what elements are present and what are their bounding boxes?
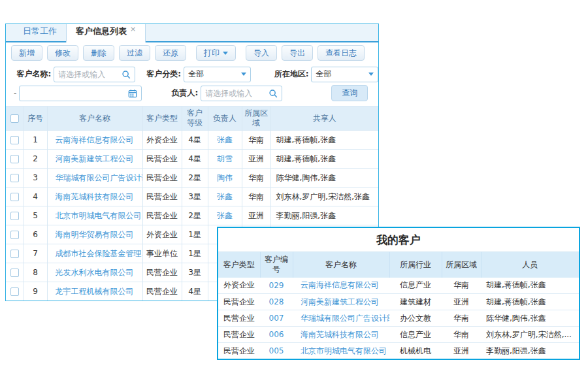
industry: 办公文教 [389, 310, 442, 327]
owner-link[interactable]: 胡雪 [217, 154, 233, 163]
row-select-cell [6, 282, 24, 301]
owner-link[interactable]: 张鑫 [217, 135, 233, 144]
tab-bar: 日常工作 客户信息列表× [6, 24, 378, 42]
region-filter-select[interactable]: 全部 [311, 67, 378, 82]
restore-button[interactable]: 还原 [155, 45, 186, 61]
region: 华南 [442, 327, 481, 343]
my-customer-row: 民营企业 005 北京市明城电气有限公司 机械机电 亚洲 李勤丽,阳强,张鑫 [218, 343, 579, 359]
customer-name-link[interactable]: 云南海祥信息有限公司 [56, 135, 134, 144]
people: 胡建,蒋德帧,张鑫 [481, 278, 579, 294]
row-checkbox[interactable] [10, 269, 19, 277]
customer-name-link[interactable]: 成都市社会保险基金管理... [56, 249, 143, 258]
tab-daily-work[interactable]: 日常工作 [14, 24, 66, 41]
filter-button[interactable]: 过滤 [119, 45, 150, 61]
col-region: 所属区域 [442, 252, 481, 278]
customer-code-link[interactable]: 006 [269, 330, 284, 339]
customer-name-link[interactable]: 北京市明城电气有限公司 [56, 211, 142, 220]
row-checkbox[interactable] [10, 231, 19, 239]
view-log-button[interactable]: 查看日志 [318, 45, 365, 61]
customer-type: 民营企业 [142, 150, 182, 169]
customer-name-link[interactable]: 河南美新建筑工程公司 [56, 154, 134, 163]
add-button[interactable]: 新增 [11, 45, 42, 61]
customer-category-value: 全部 [188, 69, 204, 80]
calendar-icon[interactable] [128, 89, 137, 98]
owner-filter-field [201, 86, 282, 101]
customer-row: 4 海南芜城科技有限公司 民营企业 3星 张鑫 华南 刘东林,罗广明,宋洁然,张… [6, 188, 378, 206]
customer-name-input[interactable] [58, 70, 122, 79]
customer-code-link[interactable]: 005 [269, 346, 284, 355]
search-icon[interactable] [122, 70, 131, 79]
shared-with: 胡建,蒋德帧,张鑫 [270, 131, 378, 150]
region: 亚洲 [242, 150, 270, 169]
owner-link[interactable]: 陶伟 [217, 173, 233, 182]
my-customer-row: 外资企业 029 云南海祥信息有限公司 信息产业 华南 胡建,蒋德帧,张鑫 [218, 278, 579, 294]
customer-code-link[interactable]: 028 [269, 297, 284, 306]
customer-name-link[interactable]: 河南美新建筑工程公司 [301, 297, 379, 306]
my-customer-row: 民营企业 007 华瑞城有限公司广告设计部 办公文教 华南 陈华健,陶伟,张鑫 [218, 310, 579, 327]
tab-close-icon[interactable]: × [130, 25, 136, 33]
row-select-cell [6, 225, 24, 244]
row-checkbox[interactable] [10, 193, 19, 201]
query-button[interactable]: 查询 [331, 85, 368, 101]
people: 胡建,蒋德帧,张鑫 [481, 294, 579, 310]
customer-code-link[interactable]: 007 [269, 314, 284, 323]
row-index: 7 [24, 244, 47, 263]
people: 陈华健,陶伟,张鑫 [481, 310, 579, 327]
region: 华南 [242, 131, 270, 150]
col-customer-type: 客户类型 [142, 106, 182, 131]
date-input[interactable] [24, 89, 128, 98]
customer-level: 1星 [182, 244, 208, 263]
search-icon[interactable] [269, 89, 278, 98]
customer-name-link[interactable]: 龙宇工程机械有限公司 [56, 287, 134, 296]
customer-level: 4星 [182, 150, 208, 169]
row-index: 5 [24, 206, 47, 225]
row-checkbox[interactable] [10, 250, 19, 258]
customer-type: 民营企业 [142, 169, 182, 188]
region: 华南 [442, 310, 481, 327]
row-checkbox[interactable] [10, 174, 19, 182]
col-people: 人员 [481, 252, 579, 278]
import-button[interactable]: 导入 [246, 45, 277, 61]
customer-type: 民营企业 [142, 206, 182, 225]
print-button[interactable]: 打印 [196, 45, 236, 61]
customer-code-link[interactable]: 029 [269, 281, 284, 290]
shared-with: 李勤丽,阳强,张鑫 [270, 206, 378, 225]
row-checkbox[interactable] [10, 136, 19, 144]
row-checkbox[interactable] [10, 212, 19, 220]
delete-button[interactable]: 删除 [83, 45, 114, 61]
owner-link[interactable]: 张鑫 [217, 192, 233, 201]
col-customer-name: 客户名称 [47, 106, 142, 131]
select-all-checkbox[interactable] [10, 114, 19, 123]
edit-button[interactable]: 修改 [47, 45, 78, 61]
customer-name-link[interactable]: 海南芜城科技有限公司 [56, 192, 134, 201]
customer-name-link[interactable]: 海南芜城科技有限公司 [301, 330, 379, 339]
date-range-separator: - [14, 89, 16, 98]
row-select-cell [6, 131, 24, 150]
row-checkbox[interactable] [10, 287, 19, 296]
region: 亚洲 [242, 206, 270, 225]
customer-name-link[interactable]: 华瑞城有限公司广告设计部 [301, 314, 389, 323]
customer-name-link[interactable]: 海南明华贸易有限公司 [56, 230, 134, 239]
customer-row: 3 华瑞城有限公司广告设计部 民营企业 2星 陶伟 华南 陈华健,陶伟,张鑫 [6, 169, 378, 188]
customer-type: 民营企业 [142, 188, 182, 206]
customer-name-link[interactable]: 光发水利水电有限公司 [56, 268, 134, 277]
chevron-down-icon [368, 73, 374, 76]
customer-type: 外资企业 [142, 225, 182, 244]
customer-name-link[interactable]: 华瑞城有限公司广告设计部 [56, 173, 143, 182]
owner-filter-label: 负责人: [150, 88, 198, 99]
chevron-down-icon [223, 52, 228, 55]
customer-name-link[interactable]: 北京市明城电气有限公司 [301, 346, 387, 355]
tab-customer-list[interactable]: 客户信息列表× [66, 24, 146, 42]
customer-name-link[interactable]: 云南海祥信息有限公司 [301, 280, 379, 289]
row-select-cell [6, 169, 24, 188]
print-button-label: 打印 [204, 48, 220, 59]
region: 华南 [242, 188, 270, 206]
filter-row-2: - 负责人: 查询 [6, 84, 378, 103]
owner-filter-input[interactable] [205, 89, 269, 98]
customer-type: 民营企业 [218, 327, 260, 343]
row-checkbox[interactable] [10, 155, 19, 163]
export-button[interactable]: 导出 [282, 45, 313, 61]
customer-category-select[interactable]: 全部 [184, 67, 251, 82]
col-customer-type: 客户类型 [218, 252, 260, 278]
owner-link[interactable]: 张鑫 [217, 211, 233, 220]
